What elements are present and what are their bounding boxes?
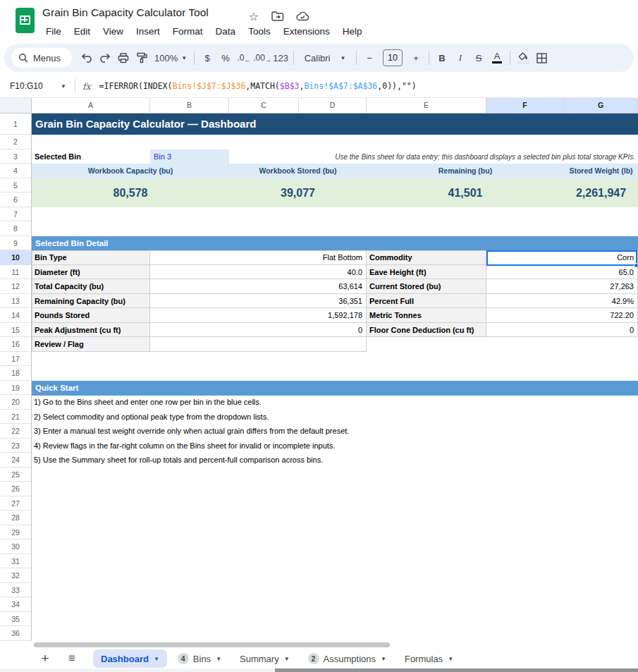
sheet-tab-bins[interactable]: 4Bins▼	[170, 649, 229, 668]
paint-format-button[interactable]	[133, 48, 151, 68]
row-header-11[interactable]: 11	[0, 265, 31, 280]
detail-value-cell[interactable]: Corn	[486, 250, 638, 265]
quickstart-section-header-cell[interactable]: Quick Start	[32, 381, 638, 396]
menus-search-button[interactable]: Menus	[11, 48, 72, 68]
row-header-34[interactable]: 34	[0, 597, 31, 612]
detail-value-cell[interactable]: 1,592,178	[150, 308, 367, 323]
detail-section-header-cell[interactable]: Selected Bin Detail	[32, 236, 638, 251]
column-header-B[interactable]: B	[150, 98, 229, 113]
row-header-17[interactable]: 17	[0, 352, 31, 367]
detail-value-cell[interactable]: 722.20	[486, 308, 638, 323]
font-family-select[interactable]: Calibri▼	[297, 48, 352, 68]
row-header-14[interactable]: 14	[0, 308, 31, 323]
row-header-33[interactable]: 33	[0, 583, 31, 598]
sheet-tab-summary[interactable]: Summary▼	[232, 649, 297, 668]
document-title[interactable]: Grain Bin Capacity Calculator Tool	[42, 6, 209, 19]
detail-label-cell[interactable]: Total Capacity (bu)	[32, 279, 150, 294]
detail-value-cell[interactable]: 42.9%	[486, 294, 638, 309]
column-header-D[interactable]: D	[299, 98, 367, 113]
detail-label-cell[interactable]: Diameter (ft)	[32, 265, 150, 280]
detail-label-cell[interactable]: Commodity	[367, 250, 486, 265]
menu-data[interactable]: Data	[209, 23, 243, 39]
quickstart-line-3[interactable]: 3) Enter a manual test weight override o…	[34, 424, 633, 439]
row-header-16[interactable]: 16	[0, 337, 31, 352]
percent-format-button[interactable]: %	[216, 48, 235, 68]
move-folder-icon[interactable]	[271, 9, 285, 23]
row-header-18[interactable]: 18	[0, 366, 31, 381]
detail-label-cell[interactable]: Peak Adjustment (cu ft)	[32, 323, 150, 338]
detail-value-cell[interactable]	[150, 337, 367, 352]
star-icon[interactable]: ☆	[247, 9, 261, 23]
row-header-35[interactable]: 35	[0, 612, 31, 627]
sheet-tab-formulas[interactable]: Formulas▼	[397, 649, 461, 668]
quickstart-line-5[interactable]: 5) Use the Summary sheet for roll-up tot…	[34, 453, 633, 468]
detail-label-cell[interactable]: Floor Cone Deduction (cu ft)	[367, 323, 486, 338]
row-header-2[interactable]: 2	[0, 135, 31, 149]
detail-label-cell[interactable]: Metric Tonnes	[367, 308, 486, 323]
row-header-29[interactable]: 29	[0, 525, 31, 540]
row-header-7[interactable]: 7	[0, 207, 31, 222]
column-header-C[interactable]: C	[229, 98, 299, 113]
row-header-6[interactable]: 6	[0, 193, 31, 207]
detail-value-cell[interactable]: 0	[150, 323, 367, 338]
select-all-corner[interactable]	[0, 98, 32, 113]
undo-button[interactable]	[78, 48, 96, 68]
redo-button[interactable]	[96, 48, 114, 68]
font-size-input[interactable]: 10	[383, 49, 403, 66]
row-header-21[interactable]: 21	[0, 410, 31, 424]
detail-value-cell[interactable]: 36,351	[150, 294, 367, 309]
menu-view[interactable]: View	[97, 23, 130, 39]
quickstart-line-4[interactable]: 4) Review flags in the far-right column …	[34, 439, 633, 453]
menu-format[interactable]: Format	[166, 23, 209, 39]
kpi-label-4[interactable]: Stored Weight (lb)	[564, 164, 638, 178]
column-header-F[interactable]: F	[486, 98, 564, 113]
row-header-36[interactable]: 36	[0, 626, 31, 641]
strikethrough-button[interactable]: S	[470, 48, 488, 68]
text-color-button[interactable]: A	[488, 48, 506, 68]
menu-tools[interactable]: Tools	[242, 23, 277, 39]
selection-fill-handle[interactable]	[634, 263, 638, 268]
kpi-label-1[interactable]: Workbook Capacity (bu)	[32, 164, 229, 178]
detail-label-cell[interactable]: Eave Height (ft)	[367, 265, 486, 280]
column-header-E[interactable]: E	[367, 98, 486, 113]
borders-button[interactable]	[532, 48, 551, 68]
row-header-24[interactable]: 24	[0, 453, 31, 468]
row-header-20[interactable]: 20	[0, 395, 31, 410]
kpi-value-4[interactable]: 2,261,947	[564, 178, 638, 207]
detail-value-cell[interactable]: 63,614	[150, 279, 367, 294]
menu-extensions[interactable]: Extensions	[277, 23, 336, 39]
bold-button[interactable]: B	[433, 48, 451, 68]
row-header-32[interactable]: 32	[0, 568, 31, 583]
detail-label-cell[interactable]: Review / Flag	[32, 337, 150, 352]
row-header-3[interactable]: 3	[0, 149, 31, 164]
row-header-22[interactable]: 22	[0, 424, 31, 439]
detail-label-cell[interactable]: Remaining Capacity (bu)	[32, 294, 150, 309]
menu-insert[interactable]: Insert	[130, 23, 166, 39]
horizontal-scrollbar-thumb[interactable]	[34, 642, 390, 647]
column-header-G[interactable]: G	[564, 98, 638, 113]
row-header-26[interactable]: 26	[0, 482, 31, 496]
column-header-A[interactable]: A	[32, 98, 150, 113]
number-format-button[interactable]: 123	[271, 48, 290, 68]
cloud-saved-icon[interactable]	[295, 9, 309, 23]
quickstart-line-2[interactable]: 2) Select commodity and optional peak ty…	[34, 410, 633, 424]
print-button[interactable]	[114, 48, 133, 68]
italic-button[interactable]: I	[451, 48, 470, 68]
detail-value-cell[interactable]: Flat Bottom	[150, 250, 367, 265]
detail-label-cell[interactable]: Pounds Stored	[32, 308, 150, 323]
chevron-down-icon[interactable]: ▼	[61, 83, 66, 90]
increase-font-size-button[interactable]: +	[407, 48, 425, 68]
sheet-tab-dashboard[interactable]: Dashboard▼	[93, 649, 167, 668]
selected-bin-value-cell[interactable]: Bin 3	[150, 149, 229, 164]
name-box[interactable]: F10:G10	[0, 81, 61, 91]
all-sheets-menu-button[interactable]: ≡	[63, 652, 80, 666]
decrease-font-size-button[interactable]: −	[360, 48, 379, 68]
row-header-23[interactable]: 23	[0, 439, 31, 453]
sheet-tab-assumptions[interactable]: 2Assumptions▼	[300, 649, 394, 668]
row-header-15[interactable]: 15	[0, 323, 31, 338]
row-header-25[interactable]: 25	[0, 468, 31, 482]
increase-decimal-button[interactable]: .00→	[253, 48, 271, 68]
menu-edit[interactable]: Edit	[68, 23, 97, 39]
detail-label-cell[interactable]: Bin Type	[32, 250, 150, 265]
row-header-27[interactable]: 27	[0, 496, 31, 511]
